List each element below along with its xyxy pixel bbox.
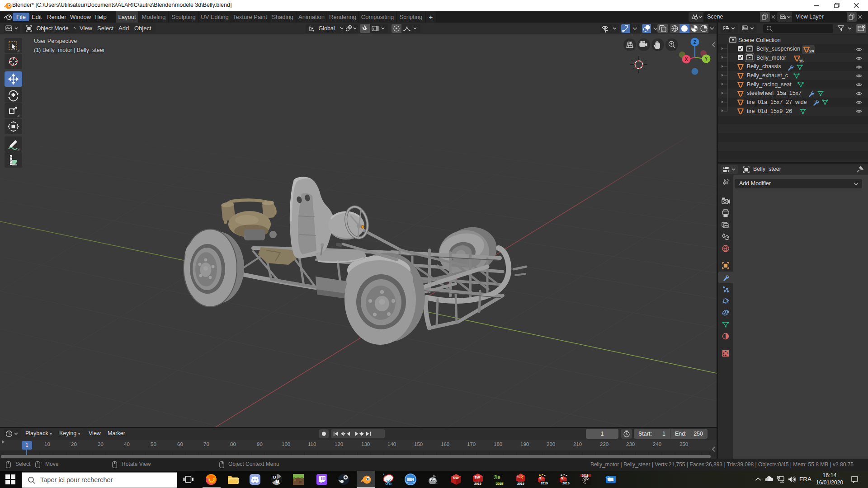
svg-text:B: B bbox=[273, 475, 276, 479]
svg-text:M: M bbox=[276, 479, 279, 484]
svg-text:SW: SW bbox=[475, 475, 481, 479]
svg-text:Scene Collection: Scene Collection bbox=[738, 37, 781, 43]
svg-text:2019: 2019 bbox=[582, 474, 589, 477]
svg-text:SW: SW bbox=[453, 476, 459, 480]
svg-text:Belly_exhaust_c: Belly_exhaust_c bbox=[747, 72, 788, 79]
svg-text:⤴le: ⤴le bbox=[494, 474, 500, 480]
svg-text:tire_01d_15x9_26: tire_01d_15x9_26 bbox=[747, 108, 792, 114]
svg-text:S: S bbox=[561, 477, 563, 480]
svg-text:2019: 2019 bbox=[517, 482, 524, 485]
svg-text:2019: 2019 bbox=[496, 482, 503, 485]
svg-text:24: 24 bbox=[809, 48, 814, 53]
svg-text:Z: Z bbox=[693, 40, 696, 45]
svg-text:2019: 2019 bbox=[541, 482, 548, 485]
svg-text:15: 15 bbox=[799, 58, 804, 63]
svg-text:X: X bbox=[685, 57, 688, 62]
svg-text:steelwheel_15a_15x7: steelwheel_15a_15x7 bbox=[747, 90, 802, 96]
svg-text:Belly_chassis: Belly_chassis bbox=[747, 63, 781, 70]
svg-text:S: S bbox=[518, 475, 520, 479]
svg-text:Belly_suspension: Belly_suspension bbox=[756, 46, 800, 52]
svg-text:tire_01a_15x7_27_wide: tire_01a_15x7_27_wide bbox=[747, 99, 807, 105]
svg-text:2019: 2019 bbox=[562, 482, 570, 485]
svg-text:Belly_motor: Belly_motor bbox=[756, 55, 786, 61]
svg-text:Belly_racing_seat: Belly_racing_seat bbox=[747, 81, 792, 88]
svg-text:S: S bbox=[539, 477, 542, 480]
svg-text:2019: 2019 bbox=[474, 482, 481, 485]
svg-text:Y: Y bbox=[705, 56, 708, 61]
